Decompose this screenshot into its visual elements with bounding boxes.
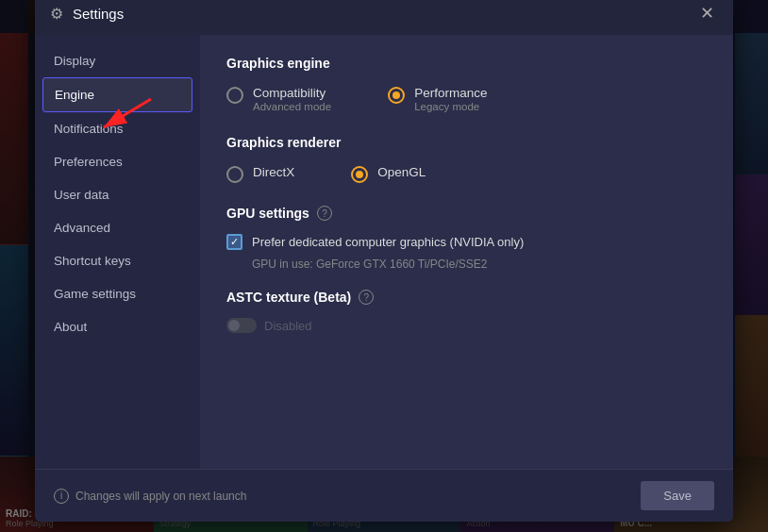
- dialog-body: Display Engine Notifications Preferences…: [35, 35, 733, 469]
- radio-performance-main: Performance: [414, 86, 487, 100]
- sidebar-item-shortcut-keys[interactable]: Shortcut keys: [35, 244, 200, 277]
- radio-directx[interactable]: DirectX: [226, 165, 294, 183]
- dialog-titlebar: ⚙ Settings ✕: [35, 0, 733, 35]
- radio-directx-button[interactable]: [226, 166, 243, 183]
- gpu-checkbox-group[interactable]: ✓ Prefer dedicated computer graphics (NV…: [226, 234, 707, 250]
- toggle-knob: [228, 320, 240, 331]
- radio-directx-label: DirectX: [253, 165, 294, 179]
- modal-backdrop: ⚙ Settings ✕ Display Engine Notification…: [0, 0, 768, 532]
- gpu-checkbox-label: Prefer dedicated computer graphics (NVID…: [252, 235, 524, 249]
- dialog-sidebar: Display Engine Notifications Preferences…: [35, 35, 200, 469]
- radio-opengl-button[interactable]: [351, 166, 368, 183]
- sidebar-item-about[interactable]: About: [35, 310, 200, 343]
- radio-compatibility-button[interactable]: [226, 87, 243, 104]
- astc-toggle-label: Disabled: [264, 319, 312, 333]
- graphics-engine-title: Graphics engine: [226, 56, 707, 71]
- radio-performance-button[interactable]: [388, 87, 405, 104]
- astc-title: ASTC texture (Beta): [226, 290, 351, 305]
- info-icon: i: [54, 489, 69, 504]
- footer-notice-text: Changes will apply on next launch: [75, 490, 246, 503]
- graphics-engine-radio-group: Compatibility Advanced mode Performance …: [226, 86, 707, 112]
- astc-toggle: [226, 318, 257, 333]
- astc-title-row: ASTC texture (Beta) ?: [226, 290, 707, 305]
- sidebar-item-advanced[interactable]: Advanced: [35, 211, 200, 244]
- dialog-content: Graphics engine Compatibility Advanced m…: [200, 35, 733, 469]
- astc-help-icon[interactable]: ?: [359, 290, 374, 305]
- radio-opengl-label: OpenGL: [377, 165, 426, 179]
- gpu-info-text: GPU in use: GeForce GTX 1660 Ti/PCIe/SSE…: [252, 258, 707, 271]
- astc-toggle-group: Disabled: [226, 318, 707, 333]
- sidebar-item-user-data[interactable]: User data: [35, 178, 200, 211]
- dialog-footer: i Changes will apply on next launch Save: [35, 469, 733, 522]
- sidebar-item-engine[interactable]: Engine: [42, 77, 192, 112]
- radio-opengl-main: OpenGL: [377, 165, 426, 179]
- radio-directx-main: DirectX: [253, 165, 294, 179]
- gpu-settings-row: GPU settings ?: [226, 206, 707, 221]
- dialog-title-left: ⚙ Settings: [50, 5, 124, 23]
- radio-opengl-inner: [356, 171, 363, 178]
- radio-performance-label: Performance Legacy mode: [414, 86, 487, 112]
- dialog-title: Settings: [73, 6, 124, 22]
- gear-icon: ⚙: [50, 5, 63, 23]
- graphics-renderer-title: Graphics renderer: [226, 135, 707, 150]
- gpu-settings-title: GPU settings: [226, 206, 309, 221]
- radio-performance[interactable]: Performance Legacy mode: [388, 86, 487, 112]
- sidebar-item-display[interactable]: Display: [35, 44, 200, 77]
- close-button[interactable]: ✕: [696, 3, 718, 24]
- renderer-radio-group: DirectX OpenGL: [226, 165, 707, 183]
- radio-compatibility[interactable]: Compatibility Advanced mode: [226, 86, 331, 112]
- radio-performance-sub: Legacy mode: [414, 101, 487, 112]
- gpu-checkbox[interactable]: ✓: [226, 234, 242, 250]
- gpu-help-icon[interactable]: ?: [317, 206, 332, 221]
- radio-compatibility-label: Compatibility Advanced mode: [253, 86, 331, 112]
- settings-dialog: ⚙ Settings ✕ Display Engine Notification…: [35, 0, 733, 522]
- sidebar-item-notifications[interactable]: Notifications: [35, 112, 200, 145]
- footer-notice: i Changes will apply on next launch: [54, 489, 246, 504]
- checkmark-icon: ✓: [230, 237, 239, 247]
- radio-opengl[interactable]: OpenGL: [351, 165, 426, 183]
- sidebar-item-game-settings[interactable]: Game settings: [35, 277, 200, 310]
- sidebar-item-preferences[interactable]: Preferences: [35, 145, 200, 178]
- save-button[interactable]: Save: [641, 481, 714, 510]
- radio-compatibility-sub: Advanced mode: [253, 101, 331, 112]
- radio-performance-inner: [392, 91, 400, 99]
- radio-compatibility-main: Compatibility: [253, 86, 331, 100]
